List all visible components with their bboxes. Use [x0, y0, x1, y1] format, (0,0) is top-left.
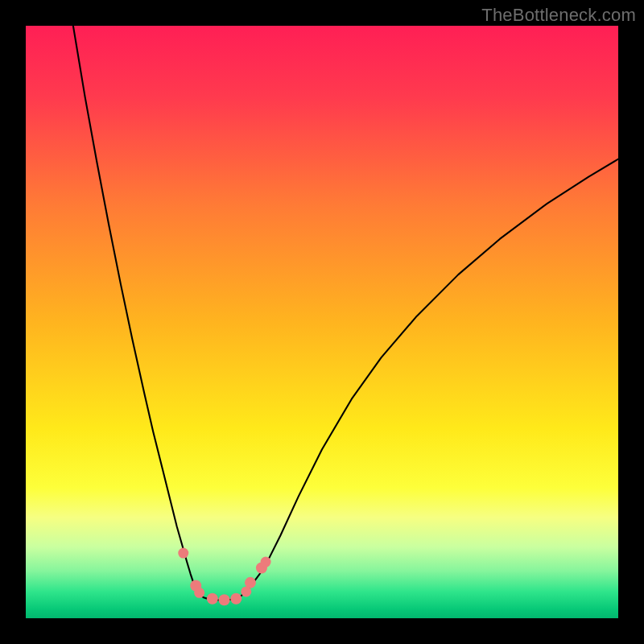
- gradient-background: [26, 26, 618, 618]
- data-point: [261, 557, 271, 568]
- bottleneck-chart: [26, 26, 618, 618]
- data-point: [194, 588, 204, 598]
- chart-frame: [26, 26, 618, 618]
- data-point: [207, 593, 218, 605]
- data-point: [230, 593, 242, 605]
- data-point: [178, 548, 188, 559]
- data-point: [219, 594, 230, 605]
- watermark-text: TheBottleneck.com: [481, 5, 636, 26]
- data-point: [245, 577, 256, 588]
